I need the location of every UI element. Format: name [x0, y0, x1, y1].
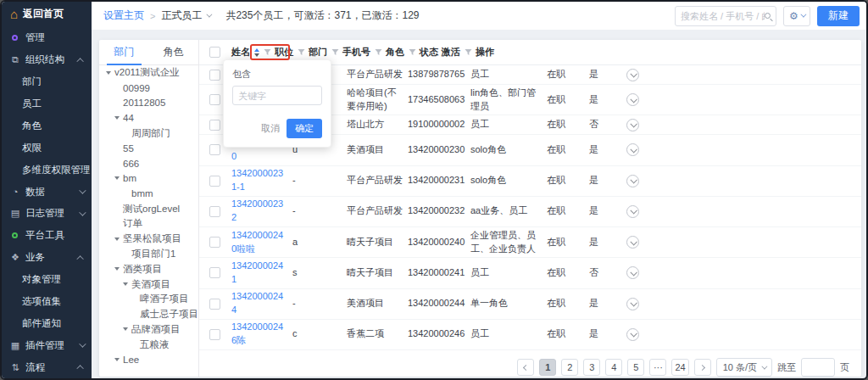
- row-actions-icon[interactable]: [626, 143, 639, 156]
- phone-cell: 13879878765: [408, 68, 470, 81]
- operation-cell: [626, 236, 660, 249]
- phone-cell: 13420000240: [408, 236, 470, 249]
- breadcrumb-current[interactable]: 正式员工: [161, 8, 202, 23]
- row-actions-icon[interactable]: [626, 175, 639, 187]
- sidebar-item[interactable]: 权限: [2, 137, 92, 159]
- table-row: 13420000241 s 晴天子项目 13420000241 员工 在职 否: [199, 258, 861, 288]
- row-checkbox[interactable]: [209, 176, 220, 187]
- row-actions-icon[interactable]: [626, 205, 639, 218]
- app-window: ⌂ 返回首页 管理 ⧉ 组织结构 部门: [0, 0, 868, 380]
- row-actions-icon[interactable]: [626, 236, 639, 249]
- sidebar-home-link[interactable]: ⌂ 返回首页: [2, 2, 92, 27]
- row-checkbox-cell: [199, 329, 231, 340]
- sidebar-item[interactable]: 部门: [2, 71, 92, 93]
- sidebar-item[interactable]: ▦ 插件管理: [2, 334, 92, 356]
- sidebar-item[interactable]: ▤ 日志管理: [2, 203, 92, 225]
- column-header: 部门: [309, 46, 342, 59]
- create-button[interactable]: 新建: [817, 6, 860, 26]
- page-button[interactable]: 24: [671, 359, 688, 376]
- row-checkbox[interactable]: [209, 94, 220, 105]
- content-card: 部门 角色 v2011测试企业 00999: [99, 40, 861, 377]
- filter-icon[interactable]: [331, 48, 339, 56]
- sidebar-item[interactable]: 选项值集: [2, 291, 92, 313]
- status-cell: 在职: [547, 204, 589, 218]
- page-button[interactable]: 5: [627, 359, 644, 376]
- sort-icon[interactable]: [254, 48, 259, 57]
- role-cell: lin角色、部门管理员: [470, 87, 547, 114]
- sidebar-item[interactable]: 邮件通知: [2, 312, 92, 334]
- role-cell: 单一角色: [470, 297, 547, 310]
- home-label: 返回首页: [23, 7, 64, 21]
- search-input[interactable]: [681, 11, 765, 21]
- row-checkbox[interactable]: [209, 299, 220, 310]
- row-actions-icon[interactable]: [626, 266, 639, 279]
- employee-name-link[interactable]: 13420000232: [231, 198, 283, 222]
- filter-confirm-button[interactable]: 确定: [287, 119, 322, 138]
- menu-icon: ⇅: [10, 362, 20, 373]
- sidebar-item-label: 组织结构: [25, 53, 64, 66]
- settings-dropdown-button[interactable]: ⚙: [783, 6, 810, 26]
- row-checkbox[interactable]: [209, 120, 220, 131]
- sidebar-item-label: 员工: [22, 98, 42, 110]
- jump-page-input[interactable]: [801, 358, 835, 377]
- prev-page-button[interactable]: [517, 359, 534, 376]
- row-checkbox[interactable]: [209, 237, 220, 248]
- sidebar-item[interactable]: ⇅ 流程: [2, 356, 92, 378]
- row-actions-icon[interactable]: [626, 119, 639, 131]
- chevron-icon: [76, 255, 83, 262]
- sidebar-item[interactable]: 角色: [2, 115, 92, 137]
- sidebar-item[interactable]: 多维度权限管理: [2, 159, 92, 181]
- page-button[interactable]: 3: [583, 359, 600, 376]
- row-checkbox[interactable]: [209, 267, 220, 278]
- page-button[interactable]: 2: [561, 359, 578, 376]
- sidebar-item[interactable]: 对象管理: [2, 269, 92, 291]
- filter-icon[interactable]: [264, 48, 271, 56]
- row-actions-icon[interactable]: [626, 69, 639, 81]
- select-all-checkbox[interactable]: [209, 47, 220, 58]
- page-button[interactable]: ···: [649, 359, 666, 376]
- sidebar-item[interactable]: 平台工具: [2, 225, 92, 247]
- status-cell: 在职: [547, 68, 589, 81]
- filter-cancel-button[interactable]: 取消: [261, 122, 280, 135]
- page-button[interactable]: 4: [605, 359, 622, 376]
- row-checkbox[interactable]: [209, 329, 220, 340]
- sidebar-item[interactable]: 员工: [2, 93, 92, 115]
- tab-department[interactable]: 部门: [99, 40, 149, 64]
- phone-cell: 13420000246: [408, 327, 470, 341]
- sidebar-item[interactable]: ◔ 数据: [2, 181, 92, 203]
- breadcrumb-dropdown-icon[interactable]: [207, 12, 213, 18]
- active-cell: 是: [589, 327, 626, 341]
- row-checkbox[interactable]: [209, 206, 220, 217]
- table-row: 13420000232 - 平台产品研发 13420000232 aa业务、员工…: [199, 197, 861, 227]
- page-size-select[interactable]: 10 条/页: [716, 358, 772, 377]
- next-page-button[interactable]: [694, 359, 711, 376]
- employee-name-link[interactable]: 13420000240啦啦: [231, 230, 283, 254]
- row-actions-icon[interactable]: [626, 93, 639, 106]
- row-actions-icon[interactable]: [626, 298, 639, 310]
- row-checkbox[interactable]: [209, 144, 220, 155]
- row-checkbox-cell: [199, 237, 231, 248]
- employee-name-link[interactable]: 13420000246陈: [231, 321, 283, 345]
- page-button[interactable]: 1: [539, 359, 556, 376]
- sidebar-item[interactable]: 管理: [2, 27, 92, 49]
- operation-cell: [626, 175, 660, 187]
- tab-role[interactable]: 角色: [149, 40, 199, 64]
- employee-name-link[interactable]: 13420000244: [231, 291, 283, 315]
- employee-name-link[interactable]: 13420000241: [231, 260, 283, 284]
- filter-icon[interactable]: [409, 48, 416, 56]
- sidebar-item-label: 数据: [25, 186, 45, 198]
- filter-keyword-input[interactable]: [232, 86, 322, 105]
- row-actions-icon[interactable]: [626, 328, 639, 341]
- filter-icon[interactable]: [375, 48, 382, 56]
- row-checkbox[interactable]: [209, 70, 220, 81]
- breadcrumb-home-link[interactable]: 设置主页: [103, 8, 144, 23]
- active-cell: 是: [589, 204, 626, 218]
- filter-icon[interactable]: [298, 48, 305, 56]
- filter-icon[interactable]: [465, 48, 472, 56]
- menu-icon: ❖: [10, 252, 20, 263]
- sidebar-item[interactable]: ❖ 业务: [2, 247, 92, 269]
- sidebar-item[interactable]: ⧉ 组织结构: [2, 49, 92, 71]
- search-icon[interactable]: [765, 13, 771, 19]
- department-cell: 晴天子项目: [347, 236, 408, 249]
- employee-name-link[interactable]: 13420000231-1: [231, 168, 283, 192]
